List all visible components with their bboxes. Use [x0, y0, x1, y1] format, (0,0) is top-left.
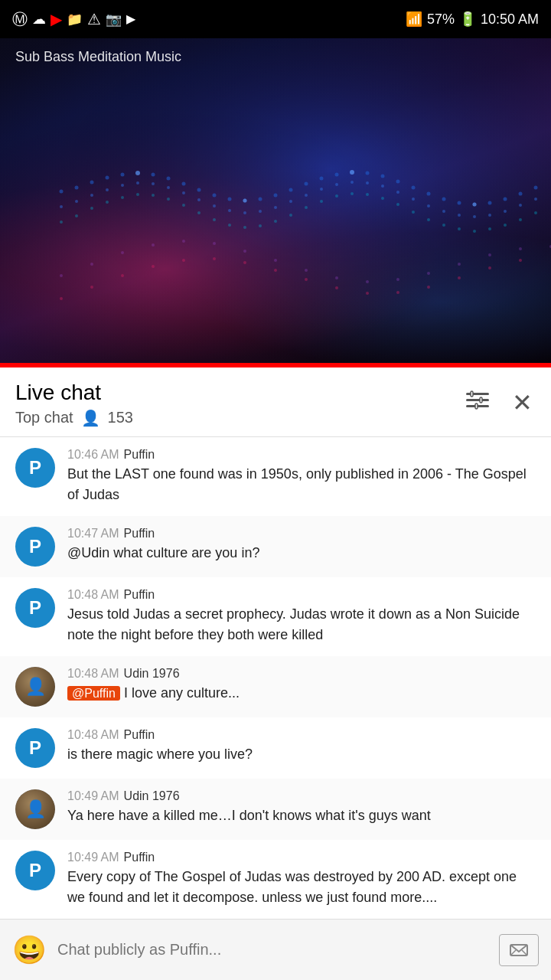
play-icon: ▶: [126, 13, 135, 25]
svg-point-18: [305, 182, 308, 186]
viewer-icon: 👤: [81, 409, 100, 427]
svg-point-116: [488, 253, 491, 256]
send-button[interactable]: [499, 934, 539, 966]
avatar: P: [15, 527, 55, 567]
svg-point-78: [243, 226, 246, 229]
top-chat-row: Top chat 👤 153: [15, 409, 133, 427]
svg-point-59: [442, 210, 445, 213]
svg-point-11: [197, 188, 201, 192]
svg-point-66: [60, 220, 63, 224]
svg-point-114: [427, 272, 430, 275]
svg-point-120: [90, 286, 93, 289]
svg-point-6: [121, 173, 125, 177]
svg-point-104: [121, 251, 124, 254]
time: 10:50 AM: [481, 11, 539, 28]
svg-point-91: [442, 224, 445, 227]
message-meta: 10:48 AM Puffin: [67, 588, 536, 602]
svg-rect-138: [471, 391, 473, 397]
svg-point-29: [473, 203, 477, 207]
svg-point-39: [136, 181, 139, 185]
svg-point-61: [473, 215, 476, 218]
svg-point-124: [213, 257, 216, 260]
list-item: P 10:48 AM Puffin Jesus told Judas a sec…: [0, 577, 551, 656]
svg-point-127: [305, 278, 308, 281]
message-text: is there magic where you live?: [67, 744, 536, 765]
svg-point-76: [213, 218, 216, 221]
message-text: Every copy of The Gospel of Judas was de…: [67, 867, 536, 908]
message-time: 10:48 AM: [67, 588, 119, 602]
svg-point-130: [396, 291, 399, 294]
chat-input[interactable]: [57, 941, 488, 959]
svg-point-14: [243, 199, 247, 203]
image-icon: 📷: [106, 13, 122, 26]
svg-point-20: [335, 173, 339, 177]
svg-point-41: [167, 186, 170, 189]
message-author: Puffin: [124, 851, 155, 864]
svg-point-46: [243, 211, 246, 214]
top-chat-label[interactable]: Top chat: [15, 409, 73, 426]
svg-point-110: [305, 269, 308, 272]
svg-line-142: [510, 950, 516, 956]
svg-point-33: [534, 186, 538, 190]
svg-point-60: [458, 214, 461, 217]
message-content: 10:48 AM Puffin Jesus told Judas a secre…: [67, 588, 536, 645]
list-item: P 10:46 AM Puffin But the LAST one found…: [0, 437, 551, 516]
svg-point-74: [182, 204, 185, 207]
svg-point-19: [320, 177, 324, 181]
message-time: 10:47 AM: [67, 527, 119, 541]
svg-point-54: [366, 181, 369, 185]
chat-header: Live chat Top chat 👤 153 ✕: [0, 368, 551, 437]
progress-bar: [0, 363, 551, 368]
svg-point-79: [259, 224, 262, 227]
svg-point-70: [121, 196, 124, 199]
svg-point-125: [243, 261, 246, 264]
close-button[interactable]: ✕: [509, 387, 536, 418]
svg-point-72: [152, 194, 155, 197]
message-content: 10:46 AM Puffin But the LAST one found w…: [67, 448, 536, 505]
message-time: 10:49 AM: [67, 789, 119, 803]
svg-point-4: [90, 181, 94, 185]
message-meta: 10:48 AM Udin 1976: [67, 667, 536, 681]
message-meta: 10:49 AM Udin 1976: [67, 789, 536, 803]
svg-point-87: [381, 197, 384, 200]
filter-button[interactable]: [461, 386, 494, 419]
svg-point-52: [335, 183, 338, 186]
svg-point-103: [90, 263, 93, 266]
emoji-button[interactable]: 😀: [12, 934, 47, 966]
svg-point-40: [152, 182, 155, 185]
svg-point-25: [412, 186, 416, 190]
svg-point-94: [488, 227, 491, 230]
svg-rect-136: [466, 399, 489, 401]
youtube-icon: ▶: [51, 11, 62, 27]
svg-point-56: [396, 191, 399, 194]
chat-input-bar: 😀: [0, 919, 551, 980]
svg-point-95: [504, 224, 507, 227]
svg-point-82: [305, 206, 308, 209]
svg-point-24: [396, 180, 400, 184]
svg-line-143: [522, 950, 527, 956]
svg-point-58: [427, 204, 430, 207]
svg-point-55: [381, 185, 384, 188]
avatar: P: [15, 588, 55, 628]
svg-point-101: [473, 203, 477, 207]
emoji-icon: 😀: [12, 934, 47, 965]
svg-point-27: [442, 198, 446, 201]
svg-point-92: [458, 227, 461, 230]
message-author: Udin 1976: [124, 667, 180, 681]
message-time: 10:46 AM: [67, 448, 119, 462]
svg-point-108: [243, 250, 246, 253]
video-title: Sub Bass Meditation Music: [15, 49, 181, 65]
svg-point-89: [412, 211, 415, 214]
chat-messages: P 10:46 AM Puffin But the LAST one found…: [0, 437, 551, 980]
svg-point-28: [458, 201, 461, 205]
svg-point-131: [427, 286, 430, 289]
svg-point-8: [152, 173, 155, 177]
svg-point-88: [396, 203, 399, 206]
close-icon: ✕: [512, 389, 533, 416]
viewer-count: 153: [108, 409, 133, 426]
message-time: 10:48 AM: [67, 728, 119, 742]
svg-point-112: [366, 280, 369, 283]
video-player[interactable]: Sub Bass Meditation Music: [0, 38, 551, 368]
svg-point-80: [274, 220, 277, 223]
message-author: Puffin: [124, 448, 155, 462]
